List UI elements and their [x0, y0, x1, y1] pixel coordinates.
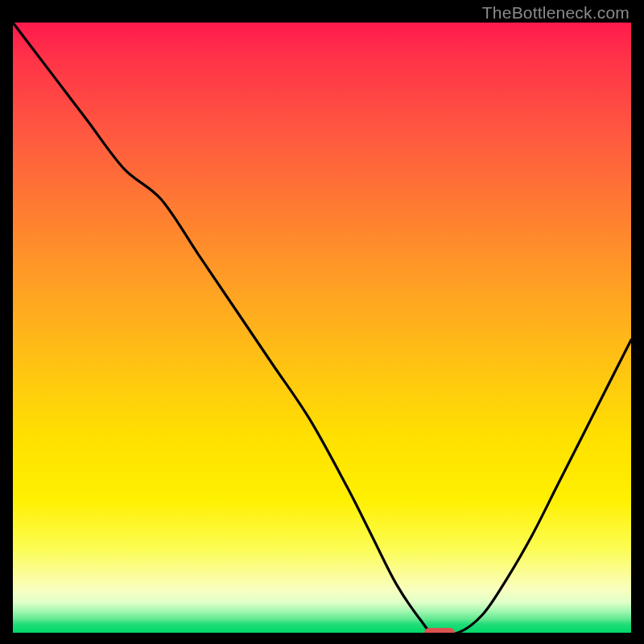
- curve-layer: [13, 23, 631, 633]
- chart-frame: [13, 23, 631, 633]
- watermark-text: TheBottleneck.com: [482, 3, 630, 23]
- optimal-marker: [424, 628, 455, 633]
- bottleneck-curve: [13, 23, 631, 633]
- plot-area: [13, 23, 631, 633]
